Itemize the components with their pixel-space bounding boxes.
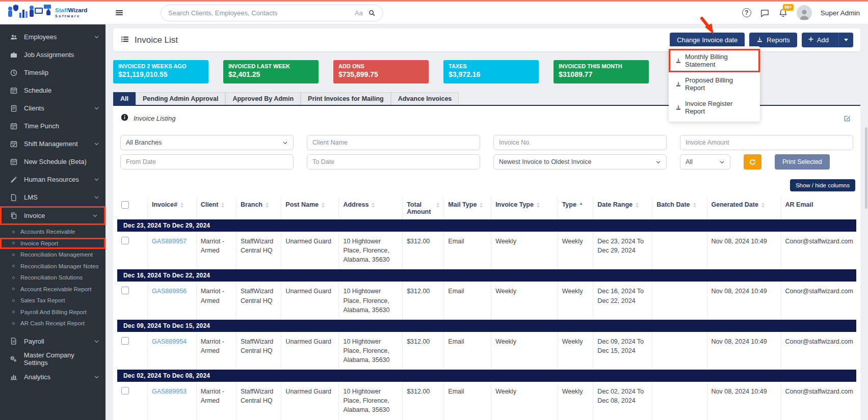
- sidebar-item-label: Human Resources: [24, 176, 79, 183]
- cell-batch-date: [652, 282, 707, 319]
- sidebar-subitem-label: Accounts Receivable: [20, 229, 75, 235]
- sidebar-item-employees[interactable]: Employees: [0, 28, 106, 46]
- sidebar-item-lms[interactable]: LMS: [0, 188, 106, 206]
- sidebar-item-label: LMS: [24, 193, 38, 201]
- tab-advance-invoices[interactable]: Advance Invoices: [391, 92, 459, 105]
- brand-logo[interactable]: StaffWizard Software: [0, 4, 106, 22]
- change-invoice-date-button[interactable]: Change Invoice date: [670, 33, 745, 47]
- edit-listing-icon[interactable]: [843, 115, 851, 123]
- column-header-type[interactable]: Type: [558, 197, 593, 219]
- row-checkbox[interactable]: [121, 337, 129, 345]
- invoice-amount-input[interactable]: [680, 135, 853, 150]
- table-row: GAS889956Marriot - ArmedStaffWizard Cent…: [117, 282, 856, 319]
- to-date-input[interactable]: [307, 154, 480, 170]
- notifications-bell-icon[interactable]: 99+: [778, 8, 788, 18]
- row-checkbox[interactable]: [121, 387, 129, 395]
- sidebar-item-invoice[interactable]: Invoice: [0, 206, 106, 225]
- tab-approved-by-admin[interactable]: Approved By Admin: [225, 92, 301, 105]
- branch-select[interactable]: All Branches: [120, 135, 294, 150]
- sidebar-item-payroll[interactable]: Payroll: [0, 332, 106, 350]
- client-name-input[interactable]: [307, 135, 480, 150]
- add-dropdown-toggle[interactable]: [838, 33, 853, 47]
- sidebar-item-clients[interactable]: Clients: [0, 99, 106, 117]
- cell-ar-email: Conor@staffwizard.com: [781, 332, 856, 370]
- search-icon[interactable]: [368, 9, 376, 17]
- sidebar-item-timeslip[interactable]: Timeslip: [0, 64, 106, 81]
- cell-mail-type: Email: [444, 282, 491, 319]
- column-label: Client: [201, 201, 219, 208]
- sidebar-item-human-resources[interactable]: Human Resources: [0, 171, 106, 188]
- refresh-button[interactable]: [744, 154, 761, 170]
- column-header-batch-date[interactable]: Batch Date: [652, 197, 707, 219]
- cell-address: 10 Hightower Place, Florence, Alabama, 3…: [339, 382, 403, 419]
- sidebar-subitem-account-receivable-report[interactable]: Account Receivable Report: [0, 284, 106, 295]
- column-header-client[interactable]: Client: [196, 197, 236, 219]
- sidebar-subitem-payroll-and-billing-report[interactable]: Payroll And Billing Report: [0, 306, 106, 318]
- invoice-link[interactable]: GAS889954: [152, 338, 187, 345]
- column-header-date-range[interactable]: Date Range: [593, 197, 652, 219]
- add-button[interactable]: Add: [802, 33, 853, 47]
- invoice-no-input[interactable]: [493, 135, 667, 150]
- status-select[interactable]: All: [680, 154, 730, 170]
- sidebar-item-master-company-settings[interactable]: Master Company Settings: [0, 350, 106, 368]
- tab-all[interactable]: All: [113, 92, 136, 105]
- sidebar-item-label: Employees: [24, 33, 57, 41]
- cell-total-amount: $312.00: [403, 232, 444, 269]
- column-header-invoice-type[interactable]: Invoice Type: [491, 197, 558, 219]
- sidebar-subitem-label: AR Cash Receipt Report: [20, 320, 85, 326]
- print-selected-button[interactable]: Print Selected: [775, 154, 830, 170]
- sidebar-item-time-punch[interactable]: Time Punch: [0, 117, 106, 135]
- avatar[interactable]: [797, 5, 812, 20]
- reports-menu-item-label: Proposed Billing Report: [685, 76, 753, 92]
- sidebar-item-job-assignments[interactable]: Job Assignments: [0, 46, 106, 64]
- column-header-mail-type[interactable]: Mail Type: [444, 197, 491, 219]
- sidebar-item-label: Time Punch: [24, 122, 59, 130]
- sidebar-subitem-invoice-report[interactable]: Invoice Report: [0, 238, 106, 249]
- column-label: Invoice#: [152, 201, 177, 208]
- column-header-address[interactable]: Address: [339, 197, 403, 219]
- column-header-branch[interactable]: Branch: [236, 197, 281, 219]
- copy-icon: [9, 212, 18, 220]
- reports-menu-item-monthly-billing-statement[interactable]: Monthly Billing Statement: [669, 49, 760, 72]
- user-name[interactable]: Super Admin: [821, 9, 860, 17]
- sidebar-subitem-sales-tax-report[interactable]: Sales Tax Report: [0, 295, 106, 306]
- show-hide-columns-button[interactable]: Show / hide columns: [790, 179, 855, 191]
- invoice-link[interactable]: GAS889953: [152, 388, 187, 395]
- stat-value: $2,401.25: [228, 70, 313, 78]
- sidebar-subitem-ar-cash-receipt-report[interactable]: AR Cash Receipt Report: [0, 318, 106, 329]
- sort-icon: [636, 203, 639, 208]
- column-header-post-name[interactable]: Post Name: [281, 197, 339, 219]
- sidebar-subitem-accounts-receivable[interactable]: Accounts Receivable: [0, 226, 106, 238]
- tab-print-invoices-for-mailing[interactable]: Print Invoices for Mailing: [301, 92, 391, 105]
- reports-menu-item-invoice-register-report[interactable]: Invoice Register Report: [669, 96, 760, 119]
- row-checkbox[interactable]: [121, 287, 129, 294]
- chat-icon[interactable]: [760, 8, 770, 18]
- page-scrollbar[interactable]: [865, 127, 867, 209]
- sidebar-subitem-reconciliation-management[interactable]: Reconciliation Management: [0, 249, 106, 261]
- invoice-link[interactable]: GAS889957: [152, 238, 187, 245]
- search-input[interactable]: [168, 9, 350, 17]
- column-header-invoice[interactable]: Invoice#: [147, 197, 196, 219]
- reports-menu-item-proposed-billing-report[interactable]: Proposed Billing Report: [669, 72, 760, 96]
- tab-pending-admin-approval[interactable]: Pending Admin Approval: [136, 92, 225, 105]
- sidebar-item-new-schedule-beta[interactable]: New Schedule (Beta): [0, 153, 106, 171]
- row-checkbox[interactable]: [121, 237, 129, 244]
- select-all-checkbox[interactable]: [121, 201, 129, 209]
- sidebar-subitem-reconciliation-solutions[interactable]: Reconciliation Solutions: [0, 272, 106, 284]
- from-date-input[interactable]: [120, 154, 294, 170]
- sidebar-item-schedule[interactable]: Schedule: [0, 81, 106, 99]
- sidebar-subitem-reconciliation-manager-notes[interactable]: Reconciliation Manager Notes: [0, 261, 106, 272]
- cell-ar-email: Conor@staffwizard.com: [781, 382, 856, 419]
- chart-icon: [9, 373, 18, 381]
- column-header-generated-date[interactable]: Generated Date: [707, 197, 781, 219]
- sidebar-item-analytics[interactable]: Analytics: [0, 368, 106, 386]
- help-icon[interactable]: ?: [742, 8, 751, 17]
- column-header-total-amount[interactable]: Total Amount: [403, 197, 444, 219]
- sidebar-item-shift-management[interactable]: Shift Management: [0, 135, 106, 153]
- bullet-icon: [12, 288, 15, 290]
- sort-order-select[interactable]: Newest Invoice to Oldest Invoice: [493, 154, 667, 170]
- sidebar-toggle-icon[interactable]: [115, 8, 124, 17]
- text-size-toggle[interactable]: Aa: [355, 9, 363, 17]
- invoice-link[interactable]: GAS889956: [152, 288, 187, 295]
- reports-button[interactable]: Reports: [749, 33, 797, 47]
